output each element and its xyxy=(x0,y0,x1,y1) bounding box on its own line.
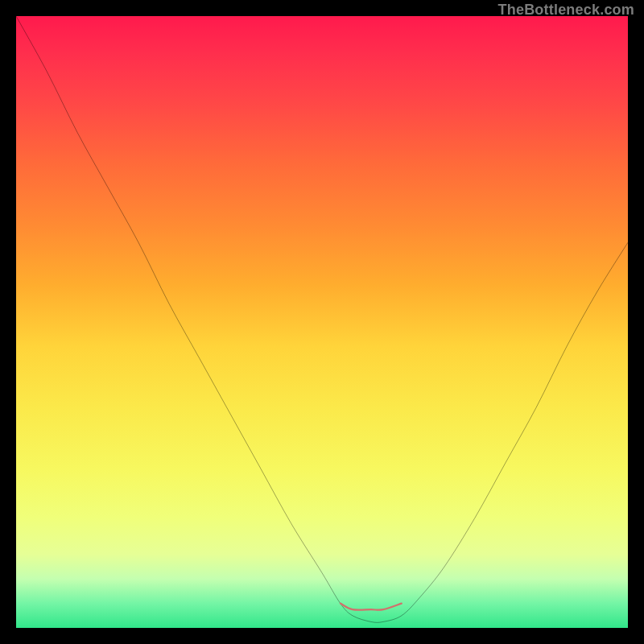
chart-frame: TheBottleneck.com xyxy=(0,0,644,644)
bottleneck-curve xyxy=(16,16,628,622)
curve-layer xyxy=(16,16,628,628)
optimal-range-marker xyxy=(341,604,402,610)
plot-area xyxy=(16,16,628,628)
attribution-text: TheBottleneck.com xyxy=(498,2,634,19)
